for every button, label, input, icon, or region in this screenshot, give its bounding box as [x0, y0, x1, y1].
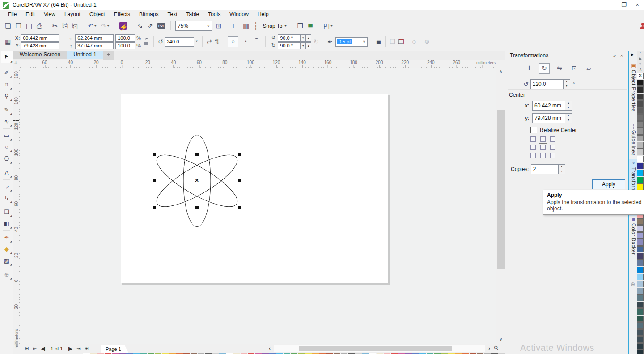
menu-text[interactable]: Text	[163, 10, 182, 19]
mirror-vertical-button[interactable]: ⇅	[214, 38, 220, 45]
color-swatch[interactable]	[637, 308, 644, 315]
connector-tool[interactable]: ↳◢	[0, 192, 13, 204]
color-swatch[interactable]	[637, 80, 644, 86]
color-swatch[interactable]	[637, 232, 644, 239]
color-swatch[interactable]	[637, 86, 644, 93]
save-button[interactable]: ▤	[25, 21, 33, 31]
color-swatch[interactable]	[637, 253, 644, 260]
quick-customize-icon[interactable]: ⊕	[631, 281, 635, 287]
document-tab-untitled-1[interactable]: Untitled-1	[67, 51, 103, 59]
color-swatch[interactable]	[637, 183, 644, 190]
center-x-input[interactable]: 60.442 mm	[532, 101, 565, 111]
relative-center-checkbox[interactable]	[530, 127, 537, 133]
ellipse-tool[interactable]: ○◢	[0, 141, 13, 153]
horizontal-scrollbar[interactable]	[274, 345, 485, 352]
show-grid-button[interactable]: ▦	[242, 21, 250, 31]
transparency-tool[interactable]: ◧◢	[0, 218, 13, 230]
zoom-status-icon[interactable]: ⚲	[492, 344, 500, 352]
color-swatch[interactable]	[637, 121, 644, 128]
center-x-spinner[interactable]: ▴▾	[565, 101, 572, 111]
options-button[interactable]: ≣	[307, 21, 314, 31]
color-swatch[interactable]	[637, 288, 644, 294]
add-plus-button[interactable]: ⊕	[424, 38, 430, 45]
menu-file[interactable]: File	[4, 10, 21, 19]
close-button[interactable]: ×	[631, 0, 644, 10]
arc-direction-button[interactable]: ↻	[314, 38, 319, 45]
fill-tool[interactable]: ◆◢	[0, 243, 13, 255]
color-swatch[interactable]	[637, 260, 644, 267]
anchor-point-2-1[interactable]	[540, 153, 546, 158]
docker-expand-icon[interactable]: »	[611, 53, 618, 58]
menu-table[interactable]: Table	[182, 10, 204, 19]
position-mode-button[interactable]: ✛	[524, 64, 534, 73]
parallel-dimension-tool[interactable]: ↔◢	[0, 181, 13, 192]
center-y-input[interactable]: 79.428 mm	[532, 113, 565, 123]
vscroll-down-button[interactable]: ∨	[496, 336, 506, 343]
last-page-button[interactable]: ⇥	[75, 346, 83, 351]
scale-mirror-mode-button[interactable]: ⇋	[555, 64, 564, 73]
color-swatch[interactable]	[637, 336, 644, 343]
color-swatch[interactable]	[637, 163, 644, 170]
lock-ratio-icon[interactable]	[144, 38, 149, 45]
copy-button[interactable]: ⎘	[62, 21, 69, 31]
docker-close-icon[interactable]: ×	[618, 53, 625, 58]
x-position-field[interactable]: 60.442 mm	[21, 34, 59, 42]
end-angle-field[interactable]: 90.0 °	[278, 42, 300, 49]
palette-eyedropper-icon[interactable]: ✒	[637, 61, 644, 67]
artistic-media-tool[interactable]: ∿◢	[0, 116, 13, 128]
application-launcher-button[interactable]: ❒	[296, 21, 304, 31]
menu-effects[interactable]: Effects	[110, 10, 135, 19]
ellipse-mode-button[interactable]: ○	[228, 36, 238, 47]
selection-handle[interactable]	[238, 206, 241, 209]
scale-v-field[interactable]: 100.0	[115, 42, 135, 49]
color-swatch[interactable]	[637, 107, 644, 114]
color-swatch[interactable]	[637, 100, 644, 107]
mirror-horizontal-button[interactable]: ⇄	[207, 38, 212, 45]
color-swatch[interactable]	[637, 177, 644, 183]
menu-object[interactable]: Object	[85, 10, 110, 19]
rotation-angle-input[interactable]: 120.0	[530, 79, 564, 89]
color-swatch[interactable]	[637, 350, 644, 354]
color-swatch[interactable]	[637, 114, 644, 121]
color-swatch[interactable]	[637, 218, 644, 225]
show-rulers-button[interactable]: ∟	[231, 21, 240, 31]
pie-mode-button[interactable]: ◔	[240, 37, 250, 47]
restore-button[interactable]: ❐	[617, 0, 631, 10]
minimize-button[interactable]: –	[604, 0, 617, 10]
selection-handle[interactable]	[238, 179, 241, 182]
scale-h-field[interactable]: 100.0	[115, 34, 135, 42]
prev-page-button[interactable]: ◀	[39, 345, 47, 352]
color-swatch[interactable]	[637, 343, 644, 350]
new-tab-button[interactable]: +	[103, 51, 114, 60]
vertical-ruler[interactable]: 16014012010080604020020millimeters	[13, 68, 20, 354]
menu-view[interactable]: View	[39, 10, 60, 19]
drop-shadow-tool[interactable]: ❏◢	[0, 206, 13, 218]
new-document-button[interactable]: ❏	[4, 21, 12, 31]
cut-button[interactable]: ✂	[51, 21, 59, 31]
color-swatch[interactable]	[637, 142, 644, 149]
color-eyedropper-tool[interactable]: ✒◢	[0, 232, 13, 243]
anchor-point-0-0[interactable]	[530, 136, 536, 142]
group-objects-button[interactable]: ❒	[390, 38, 395, 45]
add-page-button-2[interactable]: ⊞	[83, 346, 91, 351]
open-button[interactable]: ❐	[14, 21, 22, 31]
zoom-level-combo[interactable]: 75%∨	[175, 21, 212, 31]
rectangle-tool[interactable]: ▭◢	[0, 130, 13, 141]
selection-handle[interactable]	[195, 153, 199, 156]
rotation-angle-spinner[interactable]: ▴▾	[564, 79, 570, 89]
copies-input[interactable]: 2	[531, 164, 559, 174]
outline-width-combo[interactable]: 0.5 pt ∨	[335, 37, 368, 47]
size-mode-button[interactable]: ⊡	[569, 64, 579, 73]
rotate-mode-button[interactable]: ↻	[539, 63, 550, 74]
selection-handle[interactable]	[153, 206, 156, 209]
page-tab[interactable]: Page 1	[101, 345, 128, 353]
menu-bitmaps[interactable]: Bitmaps	[135, 10, 163, 19]
selection-handle[interactable]	[238, 153, 241, 156]
y-position-field[interactable]: 79.428 mm	[21, 42, 59, 49]
color-swatch[interactable]	[637, 274, 644, 281]
anchor-point-1-1[interactable]	[540, 145, 546, 150]
selection-center-mark[interactable]: ✕	[195, 178, 199, 183]
account-sign-in-icon[interactable]	[640, 23, 644, 29]
next-page-button[interactable]: ▶	[67, 345, 75, 352]
vscroll-up-button[interactable]: ∧	[496, 68, 506, 75]
